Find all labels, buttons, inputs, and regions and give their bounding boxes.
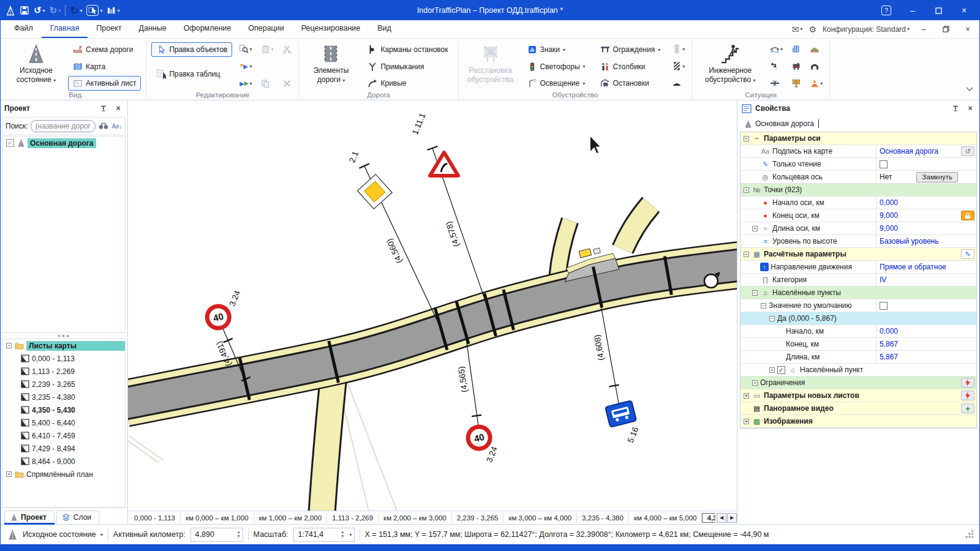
sheet-tab[interactable]: км 2,000 – км 3,000 — [379, 513, 452, 523]
expander-icon[interactable]: + — [744, 419, 749, 424]
select-mode-button[interactable]: ▶▶▾ — [237, 76, 254, 91]
expander-icon[interactable]: − — [6, 343, 12, 348]
chevron-down-icon[interactable]: ▾ — [350, 532, 352, 538]
expander-icon[interactable]: + — [6, 471, 12, 477]
tab-layers[interactable]: Слои — [56, 511, 99, 524]
property-value[interactable]: Базовый уровень — [880, 237, 958, 246]
barriers-button[interactable]: Ограждения▾ — [595, 42, 666, 57]
property-value[interactable]: 5,867 — [880, 353, 958, 361]
map-sheet-item[interactable]: 7,429 - 8,494 — [3, 442, 125, 455]
scale-spinner[interactable]: 1:741,4▲▼▾ — [293, 528, 355, 542]
scroll-tabs-right-button[interactable]: ▶ — [727, 513, 737, 523]
property-side-button[interactable]: + — [961, 403, 974, 413]
cut-button[interactable] — [280, 42, 293, 56]
properties-object-tab[interactable]: Основная дорога — [737, 116, 979, 131]
expander-icon[interactable]: + — [744, 187, 749, 193]
active-km-spinner[interactable]: 4,890▲▼ — [190, 528, 243, 542]
map-button[interactable]: Карта — [68, 59, 141, 74]
pin-icon[interactable] — [98, 103, 109, 114]
minimize-button[interactable]: – — [900, 2, 925, 19]
property-value[interactable]: Основная дорога — [880, 147, 958, 156]
menu-tab[interactable]: Операции — [239, 20, 292, 38]
edit-objects-button[interactable]: Правка объектов — [151, 42, 232, 57]
close-icon[interactable]: × — [965, 103, 976, 114]
doc-restore-button[interactable] — [938, 26, 954, 32]
property-side-button[interactable] — [961, 391, 974, 400]
property-row[interactable]: Конец, км 5,867 — [741, 338, 976, 351]
property-row[interactable]: ∏ Категория IV — [741, 274, 976, 287]
road-scheme-button[interactable]: Схема дороги — [68, 42, 141, 57]
paste-button[interactable]: ▾ — [258, 42, 275, 56]
property-row[interactable]: − Да (0,000 - 5,867) — [741, 312, 976, 325]
sheet-tab[interactable]: 4,350 - 5,430 — [702, 513, 715, 523]
traffic-cones-button[interactable]: ▾ — [808, 76, 824, 91]
property-row[interactable]: − ⌂ Населённые пункты — [741, 287, 976, 299]
create-object-button[interactable]: *▶▾ — [237, 59, 254, 73]
sheet-tab[interactable]: км 3,000 – км 4,000 — [503, 513, 577, 523]
land-plot-button[interactable] — [808, 42, 824, 56]
collapse-ribbon-button[interactable] — [966, 87, 973, 91]
main-road[interactable] — [128, 265, 737, 403]
sheet-tab[interactable]: 2,239 - 3,265 — [452, 513, 504, 523]
sheet-tab[interactable]: 3,235 - 4,380 — [577, 513, 629, 523]
maximize-button[interactable] — [925, 2, 951, 19]
active-sheet-button[interactable]: Активный лист — [68, 76, 141, 91]
building-button[interactable] — [790, 42, 803, 56]
water-supply-button[interactable] — [768, 59, 785, 73]
map-sheet-item[interactable]: 1,113 - 2,269 — [3, 365, 125, 378]
property-row[interactable]: + Ограничения — [741, 377, 976, 389]
checkbox[interactable] — [777, 366, 785, 374]
copy-button[interactable] — [258, 76, 275, 91]
property-row[interactable]: ● Начало оси, км 0,000 — [741, 197, 976, 209]
property-row[interactable]: ✎ Только чтение — [741, 158, 976, 171]
map-sheet-item[interactable]: 0,000 - 1,113 — [3, 352, 125, 365]
traffic-lights-button[interactable]: Светофоры▾ — [522, 59, 590, 74]
map-sheet-item[interactable]: 3,235 - 4,380 — [3, 391, 125, 403]
checkbox[interactable] — [880, 302, 888, 310]
property-side-button[interactable] — [961, 211, 974, 220]
spin-down-icon[interactable]: ▼ — [341, 534, 344, 539]
menu-tab[interactable]: Главная — [42, 20, 88, 38]
expander-icon[interactable]: + — [752, 226, 758, 231]
property-value[interactable]: 9,000 — [880, 211, 958, 220]
billboard-button[interactable] — [790, 76, 803, 91]
delete-button[interactable] — [280, 76, 293, 91]
expander-icon[interactable]: + — [769, 367, 775, 373]
pin-icon[interactable] — [950, 103, 961, 114]
sign-priority-diamond[interactable] — [358, 174, 393, 209]
bus-stops-button[interactable]: Остановки — [595, 76, 666, 91]
panel-splitter[interactable]: ●●● — [1, 333, 127, 339]
sign-speed-limit-left[interactable]: 40 — [205, 304, 232, 331]
settings-gear-icon[interactable]: ⚙ — [809, 24, 817, 34]
junctions-button[interactable]: Примыкания — [363, 59, 453, 74]
hatching-button[interactable]: ▾ — [670, 59, 687, 73]
bollards-button[interactable]: Столбики — [595, 59, 666, 74]
signs-button[interactable]: Знаки▾ — [522, 42, 590, 57]
app-icon[interactable] — [6, 6, 15, 15]
sheet-tab[interactable]: 1,113 - 2,269 — [327, 513, 379, 523]
report-panel-button[interactable]: ▾ — [107, 6, 119, 15]
property-value[interactable]: IV — [880, 276, 958, 284]
property-row[interactable]: + № Точки (923) — [741, 184, 976, 197]
search-input[interactable] — [31, 120, 96, 132]
sign-speed-limit-bottom[interactable]: 40 — [466, 424, 492, 451]
doc-close-button[interactable]: × — [960, 25, 976, 34]
property-row[interactable]: ↑ Направление движения Прямое и обратное — [741, 261, 976, 274]
spin-down-icon[interactable]: ▼ — [236, 534, 240, 539]
sheets-folder[interactable]: − Листы карты — [3, 339, 125, 352]
property-value[interactable]: 5,867 — [880, 340, 958, 348]
property-row[interactable]: ▤ Панорамное видео + — [741, 402, 976, 415]
property-row[interactable]: Длина, км 5,867 — [741, 351, 976, 364]
sort-icon[interactable]: Ая↓ — [111, 121, 123, 132]
property-row[interactable]: − ▦ Расчётные параметры ✎ — [741, 248, 976, 261]
expander-icon[interactable]: − — [752, 290, 758, 296]
map-sheet-item[interactable]: 5,400 - 6,440 — [3, 416, 125, 429]
expander-icon[interactable]: − — [744, 136, 749, 141]
expander-icon[interactable]: − — [744, 252, 749, 257]
sign-bus-stop[interactable] — [605, 400, 636, 427]
checkbox[interactable] — [880, 160, 888, 168]
property-value[interactable]: Прямое и обратное — [880, 263, 958, 271]
tab-project[interactable]: Проект — [4, 511, 55, 524]
help-icon[interactable]: ? — [881, 6, 891, 15]
map-sheet-item[interactable]: 4,350 - 5,430 — [3, 403, 125, 416]
